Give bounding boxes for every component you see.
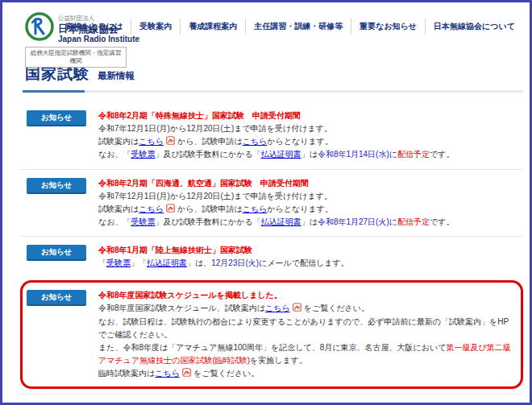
news-title: 令和8年2月期「特殊無線技士」国家試験 申請受付期間 (98, 110, 523, 122)
news-badge: お知らせ (27, 178, 86, 194)
pdf-icon[interactable] (166, 204, 175, 213)
news-line: 「受験票」「払込証明書」は、12月23日(火)にメールで配信します。 (98, 257, 523, 270)
text-segment: 試験案内は (98, 205, 139, 213)
title-underline (23, 90, 523, 93)
text-segment: です。 (430, 150, 454, 159)
news-item: お知らせ 令和8年1月期「陸上無線技術士」国家試験 「受験票」「払込証明書」は、… (20, 237, 523, 277)
text-segment: 「 (98, 258, 106, 267)
text-segment: 」は、 (187, 258, 211, 267)
text-segment: なお、「 (98, 217, 131, 226)
site-header: 公益財団法人 日本無線協会 Japan Radio Institute 総務大臣… (2, 2, 530, 54)
text-segment: 令和7年12月1日(月)から12月20日(土)まで申請を受け付けます。 (98, 192, 332, 200)
news-lines: CBT対象資格(第二／第三級海上特殊無線技士、第二／第三級陸上特殊無線技士、第三… (98, 402, 523, 405)
news-line: 令和7年12月1日(月)から12月20日(土)まで申請を受け付けます。 (98, 122, 523, 135)
inline-link[interactable]: 受験票 (131, 150, 155, 159)
news-content: 令和8年2月期「四海通、航空通」国家試験 申請受付期間 令和7年12月1日(月)… (98, 177, 523, 229)
news-content: CBT対象資格(第二／第三級海上特殊無線技士、第二／第三級陸上特殊無線技士、第三… (98, 402, 523, 405)
org-subtitle: 総務大臣指定試験機関・指定講習機関 (25, 47, 127, 68)
news-line: CBT対象資格(第二／第三級海上特殊無線技士、第二／第三級陸上特殊無線技士、第三… (98, 402, 523, 405)
inline-link[interactable]: 受験票 (131, 217, 155, 226)
text-segment: を実施します。 (250, 356, 307, 365)
inline-link[interactable]: こちら (265, 304, 290, 312)
main-nav: 資格をとるには 受験案内 養成課程案内 主任講習・訓練・研修等 重要なお知らせ … (57, 19, 523, 35)
text-segment: 配信予定 (397, 217, 430, 226)
radio-institute-emblem-icon (25, 12, 54, 41)
inline-link[interactable]: こちら (243, 205, 268, 213)
nav-item[interactable]: 主任講習・訓練・研修等 (245, 19, 351, 35)
news-line: 試験案内はこちらから、試験申請はこちらからとなります。 (98, 135, 523, 148)
news-item: お知らせ CBT対象資格(第二／第三級海上特殊無線技士、第二／第三級陸上特殊無線… (20, 395, 523, 405)
text-segment: からとなります。 (267, 137, 333, 146)
pdf-icon[interactable] (293, 303, 301, 312)
news-content: 令和8年2月期「特殊無線技士」国家試験 申請受付期間 令和7年12月1日(月)か… (98, 110, 523, 162)
text-segment: 令和8年1月27日(火)に (318, 217, 397, 226)
nav-item[interactable]: 日本無線協会について (425, 19, 523, 35)
news-line: 令和8年度国家試験スケジュール、試験案内はこちらをご覧ください。 (98, 302, 513, 315)
text-segment: 」は (301, 217, 318, 226)
text-segment: です。 (430, 217, 454, 226)
text-segment: 令和7年12月1日(月)から12月20日(土)まで申請を受け付けます。 (98, 124, 332, 133)
text-segment: からとなります。 (267, 205, 333, 213)
text-segment: をご覧ください。 (193, 369, 259, 378)
text-segment: 臨時試験案内は (98, 369, 155, 378)
text-segment: メールで配信します。 (267, 258, 348, 267)
page-subtitle: 最新情報 (98, 70, 135, 82)
nav-item[interactable]: 重要なお知らせ (351, 19, 425, 35)
news-badge: お知らせ (27, 245, 86, 261)
org-name-en: Japan Radio Institute (58, 35, 139, 43)
news-line: なお、「受験票」及び試験手数料にかかる「払込証明書」は令和8年1月27日(火)に… (98, 216, 523, 229)
text-segment: から、試験申請は (177, 137, 243, 146)
text-segment: なお、「 (98, 150, 131, 159)
news-badge: お知らせ (27, 110, 86, 126)
pdf-icon[interactable] (166, 136, 175, 145)
news-item: お知らせ 令和8年2月期「特殊無線技士」国家試験 申請受付期間 令和7年12月1… (20, 102, 523, 169)
inline-link[interactable]: 受験票 (106, 258, 131, 267)
inline-link[interactable]: 払込証明書 (147, 258, 187, 267)
news-line: 臨時試験案内はこちらをご覧ください。 (98, 367, 513, 380)
news-content: 令和8年1月期「陸上無線技術士」国家試験 「受験票」「払込証明書」は、12月23… (98, 244, 523, 270)
inline-link[interactable]: 払込証明書 (261, 150, 301, 159)
news-line: 令和7年12月1日(月)から12月20日(土)まで申請を受け付けます。 (98, 190, 523, 203)
text-segment: 試験案内は (98, 137, 139, 146)
news-lines: 令和8年度国家試験スケジュール、試験案内はこちらをご覧ください。なお、試験日程は… (98, 302, 513, 380)
text-segment: 令和8年1月14日(水)に (318, 150, 397, 159)
news-title: 令和8年度国家試験スケジュールを掲載しました。 (98, 289, 513, 302)
news-title: 令和8年2月期「四海通、航空通」国家試験 申請受付期間 (98, 177, 523, 190)
news-badge: お知らせ (27, 290, 86, 306)
news-content: 令和8年度国家試験スケジュールを掲載しました。 令和8年度国家試験スケジュール、… (98, 289, 513, 380)
text-segment: 配信予定 (397, 150, 430, 159)
text-segment: 令和8年度国家試験スケジュール、試験案内は (98, 304, 265, 312)
news-title: 令和8年1月期「陸上無線技術士」国家試験 (98, 244, 523, 257)
inline-link[interactable]: 払込証明書 (261, 217, 301, 226)
text-segment: から、試験申請は (177, 205, 243, 213)
news-lines: 令和7年12月1日(月)から12月20日(土)まで申請を受け付けます。試験案内は… (98, 122, 523, 162)
news-line: 試験案内はこちらから、試験申請はこちらからとなります。 (98, 203, 523, 216)
inline-link[interactable]: こちら (155, 369, 180, 378)
nav-item[interactable]: 受験案内 (131, 19, 180, 35)
nav-item[interactable]: 養成課程案内 (180, 19, 245, 35)
page: { "colors": { "navy": "#17357e", "badge_… (0, 0, 532, 405)
news-list: お知らせ 令和8年2月期「特殊無線技士」国家試験 申請受付期間 令和7年12月1… (20, 102, 523, 405)
news-lines: 令和7年12月1日(月)から12月20日(土)まで申請を受け付けます。試験案内は… (98, 190, 523, 229)
news-item: お知らせ 令和8年度国家試験スケジュールを掲載しました。 令和8年度国家試験スケ… (20, 280, 523, 389)
news-item: お知らせ 令和8年2月期「四海通、航空通」国家試験 申請受付期間 令和7年12月… (20, 170, 523, 237)
nav-item[interactable]: 資格をとるには (57, 19, 131, 35)
news-line: なお、「受験票」及び試験手数料にかかる「払込証明書」は令和8年1月14日(水)に… (98, 148, 523, 161)
text-segment: なお、試験日程は、試験執行の都合により変更することがありますので、必ず申請前に最… (98, 317, 509, 339)
inline-link[interactable]: こちら (139, 205, 164, 213)
text-segment: 12月23日(火)に (211, 258, 267, 267)
text-segment: また、令和8年度は「アマチュア無線100周年」を記念して、8月に東京、名古屋、大… (98, 343, 447, 352)
text-segment: をご覧ください。 (304, 304, 369, 312)
pdf-icon[interactable] (182, 368, 191, 377)
inline-link[interactable]: こちら (243, 137, 268, 146)
news-lines: 「受験票」「払込証明書」は、12月23日(火)にメールで配信します。 (98, 257, 523, 270)
text-segment: 」及び試験手数料にかかる「 (155, 217, 260, 226)
inline-link[interactable]: こちら (139, 137, 164, 146)
news-line: また、令和8年度は「アマチュア無線100周年」を記念して、8月に東京、名古屋、大… (98, 341, 513, 367)
site-logo[interactable]: 公益財団法人 日本無線協会 Japan Radio Institute 総務大臣… (25, 9, 139, 68)
text-segment: 」は (301, 150, 318, 159)
text-segment: 」及び試験手数料にかかる「 (155, 150, 260, 159)
news-line: なお、試験日程は、試験執行の都合により変更することがありますので、必ず申請前に最… (98, 316, 513, 341)
text-segment: 」「 (131, 258, 147, 267)
